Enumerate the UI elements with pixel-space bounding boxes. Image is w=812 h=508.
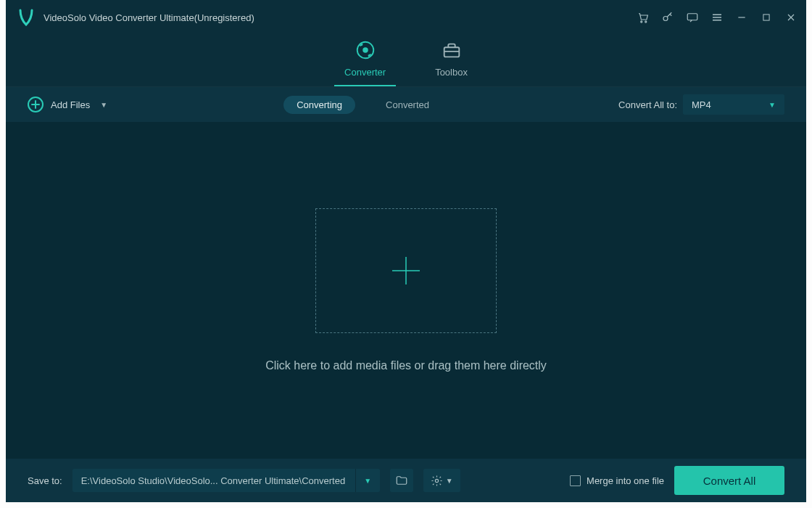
- chevron-down-icon: ▼: [364, 477, 371, 485]
- save-path-group: E:\VideoSolo Studio\VideoSolo... Convert…: [72, 469, 380, 492]
- open-folder-button[interactable]: [390, 469, 413, 492]
- plus-circle-icon: [28, 97, 44, 112]
- minimize-icon[interactable]: [729, 5, 754, 30]
- status-tab-group: Converting Converted: [119, 96, 607, 114]
- svg-point-8: [435, 479, 438, 482]
- bottom-bar: Save to: E:\VideoSolo Studio\VideoSolo..…: [6, 459, 806, 502]
- maximize-icon[interactable]: [754, 5, 779, 30]
- drop-hint-text: Click here to add media files or drag th…: [265, 359, 547, 372]
- status-tab-converting-label: Converting: [297, 99, 342, 110]
- settings-button[interactable]: ▼: [423, 469, 460, 492]
- close-icon[interactable]: [779, 5, 803, 30]
- chevron-down-icon: ▼: [100, 101, 107, 109]
- format-select-value: MP4: [692, 99, 711, 110]
- status-tab-converting[interactable]: Converting: [283, 96, 355, 114]
- app-logo-icon: [17, 8, 35, 27]
- app-window: VideoSolo Video Converter Ultimate(Unreg…: [0, 0, 812, 508]
- drop-zone[interactable]: [315, 208, 497, 333]
- merge-checkbox[interactable]: Merge into one file: [570, 475, 664, 486]
- menu-icon[interactable]: [705, 5, 729, 30]
- svg-rect-4: [763, 15, 769, 20]
- convert-all-to: Convert All to: MP4 ▼: [618, 94, 784, 115]
- tab-converter[interactable]: Converter: [334, 35, 396, 85]
- cart-icon[interactable]: [631, 5, 655, 30]
- add-files-label: Add Files: [51, 99, 90, 110]
- save-path-field[interactable]: E:\VideoSolo Studio\VideoSolo... Convert…: [72, 469, 355, 492]
- add-files-button[interactable]: Add Files ▼: [28, 97, 107, 112]
- convert-all-button[interactable]: Convert All: [674, 466, 784, 495]
- convert-all-label: Convert All: [703, 475, 756, 487]
- app-title: VideoSolo Video Converter Ultimate(Unreg…: [44, 12, 254, 23]
- chevron-down-icon: ▼: [768, 101, 776, 109]
- svg-rect-3: [687, 14, 697, 20]
- chevron-down-icon: ▼: [446, 477, 453, 485]
- save-to-label: Save to:: [28, 475, 62, 486]
- gear-icon: [431, 475, 443, 487]
- save-path-value: E:\VideoSolo Studio\VideoSolo... Convert…: [81, 475, 345, 486]
- tab-toolbox[interactable]: Toolbox: [425, 35, 478, 85]
- toolbar: Add Files ▼ Converting Converted Convert…: [6, 87, 806, 122]
- status-tab-converted-label: Converted: [386, 99, 429, 110]
- tab-converter-label: Converter: [344, 67, 386, 78]
- titlebar: VideoSolo Video Converter Ultimate(Unreg…: [0, 0, 812, 35]
- main-area: Click here to add media files or drag th…: [6, 122, 806, 459]
- svg-point-1: [645, 21, 647, 22]
- checkbox-icon: [570, 475, 581, 486]
- key-icon[interactable]: [655, 5, 680, 30]
- tab-toolbox-label: Toolbox: [435, 67, 468, 78]
- format-select[interactable]: MP4 ▼: [683, 94, 784, 115]
- save-path-dropdown[interactable]: ▼: [355, 469, 380, 492]
- converter-icon: [355, 39, 376, 61]
- toolbox-icon: [441, 39, 463, 61]
- merge-label: Merge into one file: [587, 475, 664, 486]
- svg-point-6: [362, 47, 368, 53]
- feedback-icon[interactable]: [680, 5, 705, 30]
- plus-icon: [388, 253, 424, 289]
- status-tab-converted[interactable]: Converted: [373, 96, 442, 114]
- folder-icon: [395, 474, 408, 487]
- svg-point-2: [663, 17, 668, 21]
- main-tab-strip: Converter Toolbox: [0, 35, 812, 87]
- svg-point-0: [641, 21, 642, 22]
- convert-all-to-label: Convert All to:: [618, 99, 677, 110]
